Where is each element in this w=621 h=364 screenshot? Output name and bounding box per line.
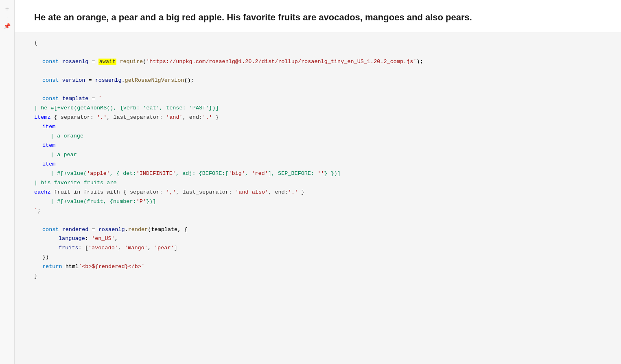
code-line-blank3 [34, 85, 611, 94]
dots-icon: ⋮ [5, 15, 9, 20]
code-line-brace-close: } [34, 272, 611, 281]
code-line-const-rendered: const rendered = rosaenlg.render(templat… [34, 225, 611, 235]
left-gutter: + ⋮ 📌 [0, 0, 15, 364]
code-line-const-version: const version = rosaenlg.getRosaeNlgVers… [34, 76, 611, 85]
code-line-close-render: }) [34, 253, 611, 262]
code-line-tpl-eachz: eachz fruit in fruits with { separator: … [34, 188, 611, 197]
code-line-const-rosaenlg: const rosaenlg = await require('https://… [34, 57, 611, 67]
code-line-tpl-item1-val: | a orange [34, 132, 611, 141]
code-line-tpl-item3: item [34, 160, 611, 169]
heading-area: He ate an orange, a pear and a big red a… [15, 0, 621, 32]
code-block: { const rosaenlg = await require('https:… [24, 32, 611, 288]
page-heading: He ate an orange, a pear and a big red a… [34, 11, 601, 24]
code-line-language-prop: language: 'en_US', [34, 234, 611, 244]
add-icon[interactable]: + [5, 6, 9, 12]
code-line-fruits-prop: fruits: ['avocado', 'mango', 'pear'] [34, 244, 611, 253]
code-line-tpl-eachz-val: | #[+value(fruit, {number:'P'})] [34, 197, 611, 207]
code-line-tpl-backtick-semi: `; [34, 207, 611, 216]
page-container: + ⋮ 📌 He ate an orange, a pear and a big… [0, 0, 621, 364]
code-line-blank1 [34, 48, 611, 57]
code-line-tpl-itemz: itemz { separator: ',', last_separator: … [34, 113, 611, 122]
code-line-tpl-item1: item [34, 122, 611, 132]
pin-icon[interactable]: 📌 [4, 23, 11, 29]
code-line-tpl-his: | his favorite fruits are [34, 179, 611, 188]
code-line-tpl-item3-val: | #[+value('apple', { det:'INDEFINITE', … [34, 169, 611, 179]
code-line-tpl-item2-val: | a pear [34, 150, 611, 160]
code-line-brace-open: { [34, 39, 611, 48]
code-line-blank2 [34, 67, 611, 76]
code-line-tpl-item2: item [34, 141, 611, 150]
code-line-return-html: return html`<b>${rendered}</b>` [34, 262, 611, 272]
code-line-tpl-he: | he #[+verb(getAnonMS(), {verb: 'eat', … [34, 104, 611, 113]
code-line-blank4 [34, 216, 611, 225]
main-content: He ate an orange, a pear and a big red a… [15, 0, 621, 364]
code-line-const-template: const template = ` [34, 94, 611, 104]
code-area: { const rosaenlg = await require('https:… [15, 32, 621, 364]
